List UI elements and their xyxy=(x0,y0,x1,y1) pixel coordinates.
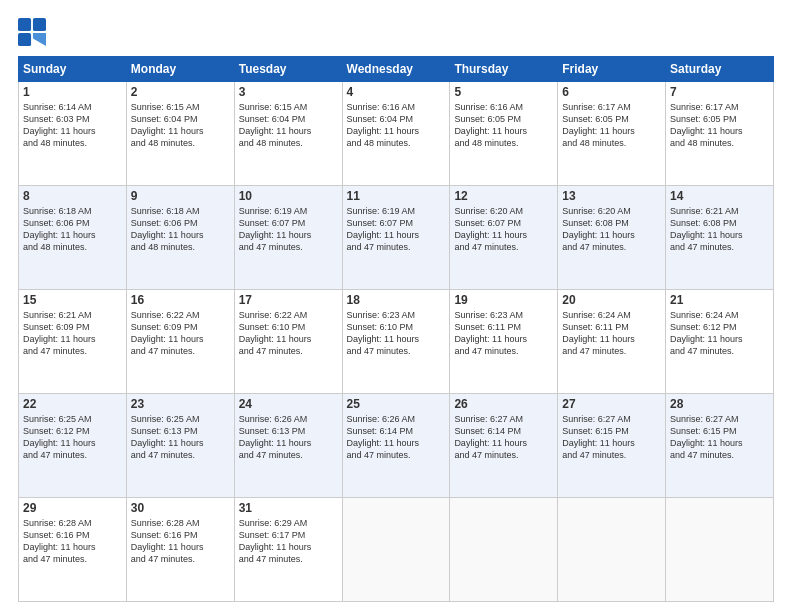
day-number: 10 xyxy=(239,189,338,203)
day-number: 12 xyxy=(454,189,553,203)
day-info: Sunrise: 6:24 AM Sunset: 6:11 PM Dayligh… xyxy=(562,309,661,358)
day-number: 2 xyxy=(131,85,230,99)
day-cell-25: 25Sunrise: 6:26 AM Sunset: 6:14 PM Dayli… xyxy=(342,394,450,498)
day-info: Sunrise: 6:18 AM Sunset: 6:06 PM Dayligh… xyxy=(131,205,230,254)
day-number: 22 xyxy=(23,397,122,411)
day-info: Sunrise: 6:27 AM Sunset: 6:15 PM Dayligh… xyxy=(562,413,661,462)
day-info: Sunrise: 6:24 AM Sunset: 6:12 PM Dayligh… xyxy=(670,309,769,358)
empty-cell xyxy=(342,498,450,602)
week-row-4: 22Sunrise: 6:25 AM Sunset: 6:12 PM Dayli… xyxy=(19,394,774,498)
day-cell-26: 26Sunrise: 6:27 AM Sunset: 6:14 PM Dayli… xyxy=(450,394,558,498)
day-cell-28: 28Sunrise: 6:27 AM Sunset: 6:15 PM Dayli… xyxy=(666,394,774,498)
day-cell-11: 11Sunrise: 6:19 AM Sunset: 6:07 PM Dayli… xyxy=(342,186,450,290)
day-info: Sunrise: 6:17 AM Sunset: 6:05 PM Dayligh… xyxy=(670,101,769,150)
day-cell-1: 1Sunrise: 6:14 AM Sunset: 6:03 PM Daylig… xyxy=(19,82,127,186)
page: SundayMondayTuesdayWednesdayThursdayFrid… xyxy=(0,0,792,612)
week-row-2: 8Sunrise: 6:18 AM Sunset: 6:06 PM Daylig… xyxy=(19,186,774,290)
day-cell-22: 22Sunrise: 6:25 AM Sunset: 6:12 PM Dayli… xyxy=(19,394,127,498)
day-number: 24 xyxy=(239,397,338,411)
day-cell-14: 14Sunrise: 6:21 AM Sunset: 6:08 PM Dayli… xyxy=(666,186,774,290)
day-info: Sunrise: 6:23 AM Sunset: 6:11 PM Dayligh… xyxy=(454,309,553,358)
day-number: 4 xyxy=(347,85,446,99)
day-info: Sunrise: 6:26 AM Sunset: 6:14 PM Dayligh… xyxy=(347,413,446,462)
day-cell-10: 10Sunrise: 6:19 AM Sunset: 6:07 PM Dayli… xyxy=(234,186,342,290)
day-info: Sunrise: 6:27 AM Sunset: 6:15 PM Dayligh… xyxy=(670,413,769,462)
day-cell-8: 8Sunrise: 6:18 AM Sunset: 6:06 PM Daylig… xyxy=(19,186,127,290)
day-number: 20 xyxy=(562,293,661,307)
day-info: Sunrise: 6:28 AM Sunset: 6:16 PM Dayligh… xyxy=(131,517,230,566)
day-number: 25 xyxy=(347,397,446,411)
day-number: 18 xyxy=(347,293,446,307)
day-cell-4: 4Sunrise: 6:16 AM Sunset: 6:04 PM Daylig… xyxy=(342,82,450,186)
svg-rect-2 xyxy=(18,33,31,46)
day-info: Sunrise: 6:26 AM Sunset: 6:13 PM Dayligh… xyxy=(239,413,338,462)
day-number: 11 xyxy=(347,189,446,203)
day-info: Sunrise: 6:27 AM Sunset: 6:14 PM Dayligh… xyxy=(454,413,553,462)
day-cell-12: 12Sunrise: 6:20 AM Sunset: 6:07 PM Dayli… xyxy=(450,186,558,290)
weekday-header-monday: Monday xyxy=(126,57,234,82)
day-number: 27 xyxy=(562,397,661,411)
day-number: 19 xyxy=(454,293,553,307)
day-cell-13: 13Sunrise: 6:20 AM Sunset: 6:08 PM Dayli… xyxy=(558,186,666,290)
day-info: Sunrise: 6:23 AM Sunset: 6:10 PM Dayligh… xyxy=(347,309,446,358)
day-cell-7: 7Sunrise: 6:17 AM Sunset: 6:05 PM Daylig… xyxy=(666,82,774,186)
day-number: 5 xyxy=(454,85,553,99)
empty-cell xyxy=(558,498,666,602)
day-number: 15 xyxy=(23,293,122,307)
day-number: 30 xyxy=(131,501,230,515)
day-number: 31 xyxy=(239,501,338,515)
day-cell-21: 21Sunrise: 6:24 AM Sunset: 6:12 PM Dayli… xyxy=(666,290,774,394)
day-info: Sunrise: 6:20 AM Sunset: 6:07 PM Dayligh… xyxy=(454,205,553,254)
day-info: Sunrise: 6:16 AM Sunset: 6:04 PM Dayligh… xyxy=(347,101,446,150)
day-cell-23: 23Sunrise: 6:25 AM Sunset: 6:13 PM Dayli… xyxy=(126,394,234,498)
header xyxy=(18,18,774,46)
svg-rect-1 xyxy=(33,18,46,31)
day-cell-9: 9Sunrise: 6:18 AM Sunset: 6:06 PM Daylig… xyxy=(126,186,234,290)
day-number: 6 xyxy=(562,85,661,99)
day-cell-2: 2Sunrise: 6:15 AM Sunset: 6:04 PM Daylig… xyxy=(126,82,234,186)
day-cell-24: 24Sunrise: 6:26 AM Sunset: 6:13 PM Dayli… xyxy=(234,394,342,498)
day-number: 17 xyxy=(239,293,338,307)
weekday-header-tuesday: Tuesday xyxy=(234,57,342,82)
weekday-header-thursday: Thursday xyxy=(450,57,558,82)
day-number: 28 xyxy=(670,397,769,411)
day-cell-27: 27Sunrise: 6:27 AM Sunset: 6:15 PM Dayli… xyxy=(558,394,666,498)
day-number: 13 xyxy=(562,189,661,203)
day-info: Sunrise: 6:25 AM Sunset: 6:13 PM Dayligh… xyxy=(131,413,230,462)
day-cell-3: 3Sunrise: 6:15 AM Sunset: 6:04 PM Daylig… xyxy=(234,82,342,186)
day-cell-5: 5Sunrise: 6:16 AM Sunset: 6:05 PM Daylig… xyxy=(450,82,558,186)
day-number: 14 xyxy=(670,189,769,203)
week-row-5: 29Sunrise: 6:28 AM Sunset: 6:16 PM Dayli… xyxy=(19,498,774,602)
day-cell-31: 31Sunrise: 6:29 AM Sunset: 6:17 PM Dayli… xyxy=(234,498,342,602)
svg-marker-3 xyxy=(33,33,46,46)
day-number: 23 xyxy=(131,397,230,411)
day-number: 7 xyxy=(670,85,769,99)
day-info: Sunrise: 6:19 AM Sunset: 6:07 PM Dayligh… xyxy=(347,205,446,254)
logo-icon xyxy=(18,18,46,46)
day-info: Sunrise: 6:19 AM Sunset: 6:07 PM Dayligh… xyxy=(239,205,338,254)
day-cell-29: 29Sunrise: 6:28 AM Sunset: 6:16 PM Dayli… xyxy=(19,498,127,602)
day-number: 26 xyxy=(454,397,553,411)
day-cell-30: 30Sunrise: 6:28 AM Sunset: 6:16 PM Dayli… xyxy=(126,498,234,602)
weekday-header-saturday: Saturday xyxy=(666,57,774,82)
day-number: 9 xyxy=(131,189,230,203)
weekday-header-sunday: Sunday xyxy=(19,57,127,82)
calendar-table: SundayMondayTuesdayWednesdayThursdayFrid… xyxy=(18,56,774,602)
day-cell-19: 19Sunrise: 6:23 AM Sunset: 6:11 PM Dayli… xyxy=(450,290,558,394)
day-info: Sunrise: 6:15 AM Sunset: 6:04 PM Dayligh… xyxy=(131,101,230,150)
day-number: 29 xyxy=(23,501,122,515)
day-info: Sunrise: 6:18 AM Sunset: 6:06 PM Dayligh… xyxy=(23,205,122,254)
weekday-header-row: SundayMondayTuesdayWednesdayThursdayFrid… xyxy=(19,57,774,82)
day-info: Sunrise: 6:22 AM Sunset: 6:10 PM Dayligh… xyxy=(239,309,338,358)
weekday-header-wednesday: Wednesday xyxy=(342,57,450,82)
day-cell-6: 6Sunrise: 6:17 AM Sunset: 6:05 PM Daylig… xyxy=(558,82,666,186)
day-info: Sunrise: 6:17 AM Sunset: 6:05 PM Dayligh… xyxy=(562,101,661,150)
day-cell-20: 20Sunrise: 6:24 AM Sunset: 6:11 PM Dayli… xyxy=(558,290,666,394)
day-cell-15: 15Sunrise: 6:21 AM Sunset: 6:09 PM Dayli… xyxy=(19,290,127,394)
day-info: Sunrise: 6:28 AM Sunset: 6:16 PM Dayligh… xyxy=(23,517,122,566)
day-info: Sunrise: 6:20 AM Sunset: 6:08 PM Dayligh… xyxy=(562,205,661,254)
empty-cell xyxy=(666,498,774,602)
day-number: 1 xyxy=(23,85,122,99)
day-cell-18: 18Sunrise: 6:23 AM Sunset: 6:10 PM Dayli… xyxy=(342,290,450,394)
day-cell-16: 16Sunrise: 6:22 AM Sunset: 6:09 PM Dayli… xyxy=(126,290,234,394)
